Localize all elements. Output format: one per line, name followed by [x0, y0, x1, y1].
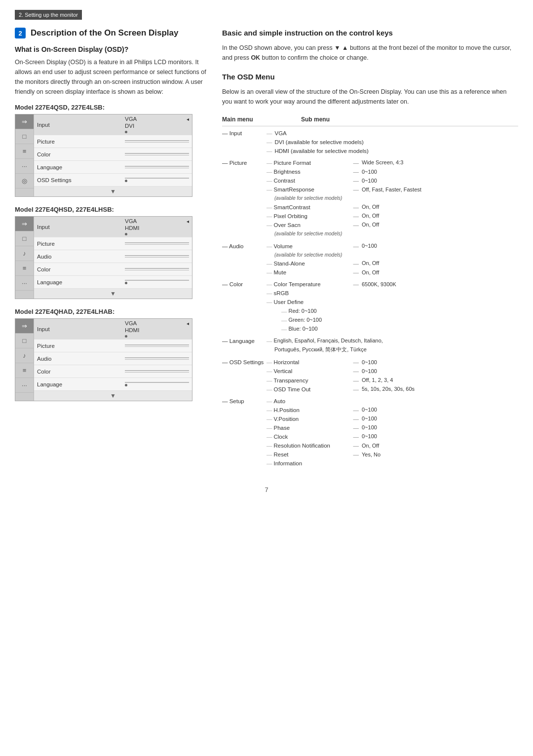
osd3-audio-icon: ♪ [15, 348, 34, 363]
sub-red: —Red: 0~100 [266, 307, 518, 315]
sub-srgb: —sRGB [266, 289, 518, 297]
sub-reset: —Reset—Yes, No [266, 451, 518, 458]
osd-input-label: Input [37, 122, 125, 128]
osd-settings-icon: ◎ [15, 174, 34, 189]
tree-input: — Input —VGA —DVI (available for selecti… [222, 129, 518, 155]
osd2-audio-label: Audio [37, 254, 125, 260]
osd-picture-icon: □ [15, 129, 34, 144]
osd2-input-icon: ⇒ [15, 217, 34, 231]
model2-label: Model 227E4QHSD, 227E4LHSB: [15, 206, 207, 213]
tree-color-subs: —Color Temperature—6500K, 9300K —sRGB —U… [266, 280, 518, 333]
osd3-input-values: VGA ◂ HDMI [125, 319, 189, 339]
osd-picture-lines [125, 139, 189, 144]
tree-setup-main: — Setup [222, 397, 266, 468]
sub-smartresponse: —SmartResponse—Off, Fast, Faster, Fastes… [266, 186, 518, 193]
osd-row-osdsettings: OSD Settings [34, 174, 192, 187]
osd-picture-label: Picture [37, 139, 125, 145]
sub-horizontal: —Horizontal—0~100 [266, 358, 518, 366]
osd-osdsettings-label: OSD Settings [37, 177, 125, 183]
sub-color-temp: —Color Temperature—6500K, 9300K [266, 280, 518, 288]
osd-display-2: ⇒ □ ♪ ≡ ··· Input VGA ◂ HDMI [15, 216, 192, 299]
osd3-language-label: Language [37, 381, 125, 387]
tree-picture-subs: —Picture Format—Wide Screen, 4:3 —Bright… [266, 159, 518, 238]
sub-volume-note: (available for selective models) [266, 251, 518, 259]
osd2-picture-lines [125, 241, 189, 246]
sub-standalone: —Stand-Alone—On, Off [266, 260, 518, 267]
tree-language: — Language —English, Español, Français, … [222, 337, 518, 354]
osd2-picture-label: Picture [37, 241, 125, 247]
osd3-color-icon: ≡ [15, 363, 34, 378]
tree-osd-settings-main: — OSD Settings [222, 358, 266, 393]
osd-color-lines [125, 151, 189, 157]
osd-input-values: VGA ◂ DVI [125, 114, 189, 135]
menu-tree: Main menu Sub menu — Input —VGA —DVI (av… [222, 115, 518, 471]
tree-setup: — Setup —Auto —H.Position—0~100 —V.Posit… [222, 397, 518, 468]
tree-picture: — Picture —Picture Format—Wide Screen, 4… [222, 159, 518, 238]
osd2-row-input: Input VGA ◂ HDMI [34, 217, 192, 237]
model3-label: Model 227E4QHAD, 227E4LHAB: [15, 308, 207, 315]
osd2-row-picture: Picture [34, 237, 192, 250]
what-is-osd-body: On-Screen Display (OSD) is a feature in … [15, 57, 207, 97]
osd-sidebar-1: ⇒ □ ≡ ··· ◎ [15, 114, 34, 196]
osd-sidebar-3: ⇒ □ ♪ ≡ ··· [15, 319, 34, 401]
tree-osd-settings: — OSD Settings —Horizontal—0~100 —Vertic… [222, 358, 518, 393]
control-keys-heading: Basic and simple instruction on the cont… [222, 28, 518, 38]
osd2-input-label: Input [37, 224, 125, 230]
osd-menu-body: Below is an overall view of the structur… [222, 87, 518, 107]
osd-menu-heading: The OSD Menu [222, 72, 518, 82]
osd-arrow-bottom-2: ▼ [34, 289, 192, 299]
sub-resolution-notification: —Resolution Notification—On, Off [266, 442, 518, 450]
osd3-row-audio: Audio [34, 352, 192, 365]
osd3-row-language: Language [34, 378, 192, 391]
osd3-color-lines [125, 369, 189, 374]
model1-label: Model 227E4QSD, 227E4LSB: [15, 104, 207, 111]
osd-color-icon: ≡ [15, 144, 34, 159]
osd-sidebar-2: ⇒ □ ♪ ≡ ··· [15, 217, 34, 299]
tree-audio-main: — Audio [222, 242, 266, 276]
page-number: 7 [15, 486, 518, 493]
osd3-picture-lines [125, 343, 189, 348]
sub-vposition: —V.Position—0~100 [266, 415, 518, 423]
osd2-color-label: Color [37, 266, 125, 272]
section-heading: Description of the On Screen Display [31, 28, 178, 38]
sub-mute: —Mute—On, Off [266, 268, 518, 276]
section-title-row: 2 Description of the On Screen Display [15, 28, 207, 38]
osd2-input-values: VGA ◂ HDMI [125, 217, 189, 237]
osd-content-1: Input VGA ◂ DVI Picture [34, 114, 192, 196]
tree-input-main: — Input [222, 129, 266, 155]
sub-overscan: —Over Sacn—On, Off [266, 221, 518, 229]
osd3-input-icon: ⇒ [15, 319, 34, 334]
sub-smartcontrast: —SmartContrast—On, Off [266, 203, 518, 211]
osd-row-color: Color [34, 148, 192, 161]
tree-setup-subs: —Auto —H.Position—0~100 —V.Position—0~10… [266, 397, 518, 468]
sub-picture-format: —Picture Format—Wide Screen, 4:3 [266, 159, 518, 167]
osd2-language-label: Language [37, 279, 125, 285]
sub-blue: —Blue: 0~100 [266, 325, 518, 333]
osd-language-lines [125, 164, 189, 170]
osd-display-3: ⇒ □ ♪ ≡ ··· Input VGA ◂ HDMI [15, 318, 192, 401]
osd-display-1: ⇒ □ ≡ ··· ◎ Input VGA ◂ DVI [15, 114, 192, 197]
osd2-color-lines [125, 266, 189, 272]
tree-input-subs: —VGA —DVI (available for selective model… [266, 129, 518, 155]
osd-row-picture: Picture [34, 135, 192, 148]
sub-clock: —Clock—0~100 [266, 433, 518, 441]
sub-smartresponse-note: (available for selective models) [266, 194, 518, 202]
osd-content-3: Input VGA ◂ HDMI Picture [34, 319, 192, 401]
control-keys-body: In the OSD shown above, you can press ▼ … [222, 43, 518, 63]
sub-menu-col-header: Sub menu [301, 115, 330, 124]
sub-phase: —Phase—0~100 [266, 424, 518, 432]
osd2-picture-icon: □ [15, 231, 34, 246]
sub-hdmi: —HDMI (available for selective models) [266, 147, 518, 155]
menu-tree-header: Main menu Sub menu [222, 115, 518, 126]
tree-picture-main: — Picture [222, 159, 266, 238]
sub-vga: —VGA [266, 129, 518, 137]
osd3-input-label: Input [37, 326, 125, 332]
sub-brightness: —Brightness—0~100 [266, 168, 518, 176]
sub-lang-list2: Português, Русский, 简体中文, Türkçe [266, 345, 518, 353]
osd2-color-icon: ≡ [15, 261, 34, 276]
left-column: 2 Description of the On Screen Display W… [15, 28, 207, 471]
osd2-language-icon: ··· [15, 276, 34, 291]
sub-transparency: —Transparency—Off, 1, 2, 3, 4 [266, 377, 518, 384]
osd3-color-label: Color [37, 369, 125, 375]
tree-language-subs: —English, Español, Français, Deutsch, It… [266, 337, 518, 354]
